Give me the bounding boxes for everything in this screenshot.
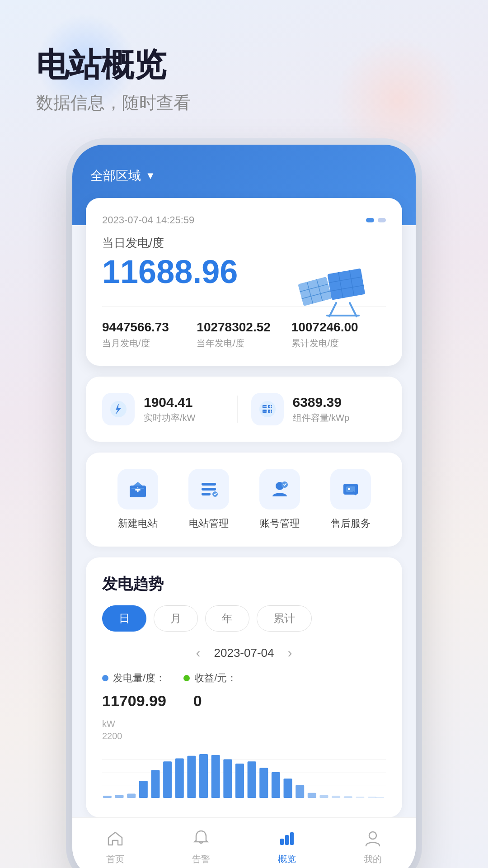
region-selector[interactable]: 全部区域 ▼ — [90, 167, 398, 184]
manage-station-label: 电站管理 — [189, 517, 229, 530]
legend-income: 收益/元： — [183, 671, 237, 685]
phone-frame: 全部区域 ▼ 2023-07-04 14:25:59 当日发电/度 11688.… — [72, 145, 416, 868]
trend-title: 发电趋势 — [102, 574, 386, 594]
solar-panel-illustration — [296, 260, 372, 321]
nav-overview[interactable]: 概览 — [276, 827, 298, 865]
svg-rect-60 — [308, 793, 316, 798]
svg-rect-58 — [284, 778, 292, 798]
action-manage-station[interactable]: 电站管理 — [188, 469, 229, 530]
trend-tabs: 日 月 年 累计 — [102, 605, 386, 632]
nav-home-label: 首页 — [106, 853, 124, 865]
nav-profile-label: 我的 — [364, 853, 382, 865]
svg-rect-32 — [202, 488, 216, 491]
capacity-label: 组件容量/kWp — [293, 412, 350, 424]
action-service[interactable]: 售后服务 — [330, 469, 371, 530]
timestamp: 2023-07-04 14:25:59 — [102, 214, 194, 226]
svg-rect-64 — [356, 797, 364, 798]
legend-power: 发电量/度： — [102, 671, 165, 685]
trend-power-value: 11709.99 — [102, 692, 166, 710]
legend-income-label: 收益/元： — [194, 671, 237, 685]
page-subtitle: 数据信息，随时查看 — [36, 91, 452, 114]
power-text: 1904.41 实时功率/kW — [144, 395, 195, 424]
svg-rect-56 — [259, 768, 268, 798]
y-value: 2200 — [102, 731, 386, 741]
nav-alarm-label: 告警 — [192, 853, 210, 865]
capacity-icon — [251, 393, 284, 425]
main-data-card: 2023-07-04 14:25:59 当日发电/度 11688.96 — [86, 198, 402, 366]
monthly-value: 9447566.73 — [102, 320, 197, 335]
tab-day[interactable]: 日 — [102, 605, 146, 632]
svg-rect-46 — [139, 781, 148, 798]
svg-rect-0 — [298, 277, 332, 306]
action-account[interactable]: 账号管理 — [259, 469, 300, 530]
nav-alarm[interactable]: 告警 — [190, 827, 212, 865]
nav-prev[interactable]: ‹ — [196, 645, 201, 660]
trend-chart: kW 2200 — [102, 719, 386, 801]
svg-rect-45 — [127, 794, 136, 798]
svg-rect-53 — [223, 759, 232, 798]
svg-point-70 — [369, 832, 376, 839]
yearly-value: 10278302.52 — [197, 320, 291, 335]
metrics-card: 1904.41 实时功率/kW — [86, 377, 402, 442]
total-value: 1007246.00 — [291, 320, 386, 335]
svg-point-14 — [259, 401, 276, 417]
svg-rect-55 — [248, 761, 256, 798]
bell-icon — [190, 827, 212, 849]
svg-rect-38 — [346, 486, 355, 492]
bottom-nav: 首页 告警 概览 — [72, 817, 416, 868]
svg-rect-69 — [290, 832, 294, 845]
action-new-station[interactable]: 新建电站 — [117, 469, 158, 530]
service-label: 售后服务 — [331, 517, 371, 530]
svg-rect-39 — [348, 488, 350, 490]
svg-rect-61 — [319, 795, 328, 798]
svg-rect-68 — [285, 835, 289, 845]
svg-rect-31 — [202, 483, 216, 486]
nav-next[interactable]: › — [288, 645, 292, 660]
yearly-label: 当年发电/度 — [197, 337, 291, 349]
svg-rect-50 — [187, 756, 196, 798]
svg-rect-52 — [211, 755, 220, 798]
nav-overview-label: 概览 — [278, 853, 296, 865]
y-label: kW — [102, 719, 386, 729]
user-icon — [361, 827, 384, 849]
dot-active — [366, 218, 374, 222]
trend-chart-svg — [102, 745, 386, 799]
legend-power-label: 发电量/度： — [113, 671, 165, 685]
monthly-stat: 9447566.73 当月发电/度 — [102, 320, 197, 349]
account-label: 账号管理 — [260, 517, 300, 530]
new-station-icon — [117, 469, 158, 509]
daily-label: 当日发电/度 — [102, 235, 386, 251]
nav-profile[interactable]: 我的 — [361, 827, 384, 865]
trend-values: 11709.99 0 — [102, 692, 386, 710]
power-label: 实时功率/kW — [144, 412, 195, 424]
dot-inactive — [378, 218, 386, 222]
svg-rect-43 — [103, 796, 112, 798]
power-value: 1904.41 — [144, 395, 195, 410]
trend-legend: 发电量/度： 收益/元： — [102, 671, 386, 685]
service-icon — [330, 469, 371, 509]
account-icon — [259, 469, 300, 509]
actions-card: 新建电站 电站管理 — [86, 453, 402, 547]
svg-rect-59 — [296, 785, 304, 798]
region-label: 全部区域 — [90, 167, 141, 184]
new-station-label: 新建电站 — [118, 517, 158, 530]
svg-rect-62 — [332, 796, 340, 798]
svg-rect-57 — [272, 772, 280, 798]
tab-month[interactable]: 月 — [154, 605, 198, 632]
svg-rect-5 — [327, 269, 365, 300]
trend-nav: ‹ 2023-07-04 › — [102, 645, 386, 660]
svg-rect-63 — [344, 796, 352, 798]
svg-rect-44 — [115, 795, 124, 798]
nav-date: 2023-07-04 — [214, 646, 274, 660]
tab-total[interactable]: 累计 — [257, 605, 312, 632]
legend-power-dot — [102, 675, 108, 681]
tab-year[interactable]: 年 — [205, 605, 249, 632]
page-header: 电站概览 数据信息，随时查看 — [0, 0, 488, 132]
nav-home[interactable]: 首页 — [104, 827, 127, 865]
svg-rect-49 — [175, 759, 184, 798]
svg-line-10 — [329, 303, 336, 316]
power-icon — [102, 393, 135, 425]
legend-income-dot — [183, 675, 190, 681]
total-stat: 1007246.00 累计发电/度 — [291, 320, 386, 349]
yearly-stat: 10278302.52 当年发电/度 — [197, 320, 291, 349]
